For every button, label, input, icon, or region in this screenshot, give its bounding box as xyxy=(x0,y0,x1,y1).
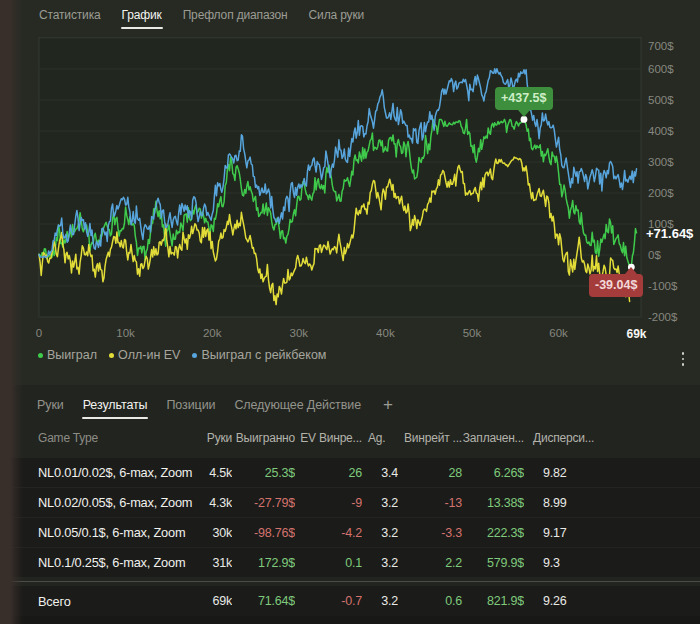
max-badge-pointer xyxy=(518,110,530,117)
app-window: СтатистикаГрафикПрефлоп диапазонСила рук… xyxy=(0,0,700,624)
cell-заплачен: 579.9$ xyxy=(462,556,524,570)
total-row[interactable]: Всего69k71.64$-0.73.20.6821.9$9.26 xyxy=(0,586,700,616)
cell-ev-винре: -9 xyxy=(295,496,362,510)
y-tick-600: 600$ xyxy=(648,63,674,75)
x-tick-50k: 50k xyxy=(463,327,482,339)
max-value-badge: +437.5$ xyxy=(495,87,553,110)
table-header: Game TypeРукиВыигранноEV Винре...Ag.Винр… xyxy=(0,423,700,453)
y-tick-400: 400$ xyxy=(648,125,674,137)
cell-винрейт: -3.3 xyxy=(398,526,462,540)
cell-ev-винре: 26 xyxy=(295,466,362,480)
cell-заплачен: 6.26$ xyxy=(462,466,524,480)
min-badge-pointer xyxy=(625,267,637,274)
y-tick-500: 500$ xyxy=(648,94,674,106)
legend-dot-icon xyxy=(192,353,197,358)
table-row[interactable]: NL0.02/0.05$, 6-max, Zoom4.3k-27.79$-93.… xyxy=(0,488,700,518)
cell-руки: 31k xyxy=(200,556,232,570)
cell-game-type: NL0.1/0.25$, 6-max, Zoom xyxy=(0,555,200,570)
cell-game-type: NL0.02/0.05$, 6-max, Zoom xyxy=(0,495,200,510)
x-tick-0: 0 xyxy=(36,327,42,339)
total-ev-винре: -0.7 xyxy=(295,594,362,608)
total-заплачен: 821.9$ xyxy=(462,594,524,608)
y-tick-300: 300$ xyxy=(648,156,674,168)
cell-дисперси: 9.3 xyxy=(524,556,700,570)
total-row-grid: Всего69k71.64$-0.73.20.6821.9$9.26 xyxy=(0,586,700,616)
legend-label: Выиграл xyxy=(47,348,97,362)
table-row[interactable]: NL0.01/0.02$, 6-max, Zoom4.5k25.3$263.42… xyxy=(0,458,700,488)
legend-item-выиграл-с-рейкбеком[interactable]: Выиграл с рейкбеком xyxy=(192,348,326,362)
column-header-game-type[interactable]: Game Type xyxy=(0,431,200,445)
current-value-label: +71.64$ xyxy=(646,225,693,240)
legend-label: Выиграл с рейкбеком xyxy=(201,348,326,362)
cell-руки: 4.3k xyxy=(200,496,232,510)
cell-руки: 30k xyxy=(200,526,232,540)
x-tick-10k: 10k xyxy=(116,327,135,339)
total-винрейт: 0.6 xyxy=(398,594,462,608)
table-row[interactable]: NL0.05/0.1$, 6-max, Zoom30k-98.76$-4.23.… xyxy=(0,518,700,548)
x-tick-60k: 60k xyxy=(549,327,568,339)
total-label: Всего xyxy=(0,594,200,609)
cell-винрейт: -13 xyxy=(398,496,462,510)
chart-menu-kebab-icon[interactable] xyxy=(676,348,690,370)
winnings-chart[interactable] xyxy=(0,0,700,385)
cell-ev-винре: 0.1 xyxy=(295,556,362,570)
chart-section: 700$600$500$400$300$200$100$0$-100$-200$… xyxy=(0,0,700,385)
results-tab-результаты[interactable]: Результаты xyxy=(82,392,149,421)
cell-ag: 3.2 xyxy=(362,526,398,540)
table-body: NL0.01/0.02$, 6-max, Zoom4.5k25.3$263.42… xyxy=(0,458,700,577)
legend-dot-icon xyxy=(38,353,43,358)
legend-item-выиграл[interactable]: Выиграл xyxy=(38,348,97,362)
cell-выигранно: -98.76$ xyxy=(232,526,295,540)
results-tab-следующее-действие[interactable]: Следующее Действие xyxy=(233,392,362,421)
cell-дисперси: 8.99 xyxy=(524,496,700,510)
cell-game-type: NL0.05/0.1$, 6-max, Zoom xyxy=(0,525,200,540)
kebab-dot xyxy=(682,358,685,361)
results-section: РукиРезультатыПозицииСледующее Действие+… xyxy=(0,385,700,624)
column-header-винрейт[interactable]: Винрейт ... xyxy=(398,431,462,445)
legend-dot-icon xyxy=(109,353,114,358)
cell-заплачен: 13.38$ xyxy=(462,496,524,510)
cell-ag: 3.2 xyxy=(362,556,398,570)
x-tick-40k: 40k xyxy=(376,327,395,339)
min-value-text: -39.04$ xyxy=(595,278,637,292)
add-tab-button[interactable]: + xyxy=(379,395,395,418)
cell-винрейт: 28 xyxy=(398,466,462,480)
cell-ag: 3.2 xyxy=(362,496,398,510)
cell-винрейт: 2.2 xyxy=(398,556,462,570)
results-tab-руки[interactable]: Руки xyxy=(36,392,65,421)
total-ag: 3.2 xyxy=(362,594,398,608)
column-header-заплачен[interactable]: Заплачен... xyxy=(462,431,524,445)
bottom-strip xyxy=(0,616,700,624)
results-tab-позиции[interactable]: Позиции xyxy=(165,392,216,421)
cell-выигранно: -27.79$ xyxy=(232,496,295,510)
column-header-руки[interactable]: Руки xyxy=(200,431,232,445)
column-header-дисперси[interactable]: Дисперси... xyxy=(524,431,700,445)
kebab-dot xyxy=(682,363,685,366)
y-tick--100: -100$ xyxy=(648,280,677,292)
cell-выигранно: 172.9$ xyxy=(232,556,295,570)
cell-руки: 4.5k xyxy=(200,466,232,480)
cell-game-type: NL0.01/0.02$, 6-max, Zoom xyxy=(0,465,200,480)
x-tick-30k: 30k xyxy=(290,327,309,339)
column-header-выигранно[interactable]: Выигранно xyxy=(232,431,295,445)
x-tick-20k: 20k xyxy=(203,327,222,339)
min-value-badge: -39.04$ xyxy=(589,274,643,297)
y-tick-200: 200$ xyxy=(648,187,674,199)
plot-area xyxy=(39,38,641,318)
header-row: Game TypeРукиВыигранноEV Винре...Ag.Винр… xyxy=(0,423,700,453)
cell-заплачен: 222.3$ xyxy=(462,526,524,540)
total-выигранно: 71.64$ xyxy=(232,594,295,608)
chart-legend: ВыигралОлл-ин EVВыиграл с рейкбеком xyxy=(38,347,326,363)
column-header-ev-винре[interactable]: EV Винре... xyxy=(295,431,362,445)
y-tick-0: 0$ xyxy=(648,249,661,261)
cell-выигранно: 25.3$ xyxy=(232,466,295,480)
column-header-ag[interactable]: Ag. xyxy=(362,431,398,445)
legend-item-олл-ин-ev[interactable]: Олл-ин EV xyxy=(109,348,180,362)
table-row[interactable]: NL0.1/0.25$, 6-max, Zoom31k172.9$0.13.22… xyxy=(0,548,700,577)
cell-дисперси: 9.17 xyxy=(524,526,700,540)
total-дисперси: 9.26 xyxy=(524,594,700,608)
cell-дисперси: 9.82 xyxy=(524,466,700,480)
results-tab-bar: РукиРезультатыПозицииСледующее Действие+ xyxy=(36,392,395,421)
total-separator xyxy=(0,581,700,582)
cell-ag: 3.4 xyxy=(362,466,398,480)
